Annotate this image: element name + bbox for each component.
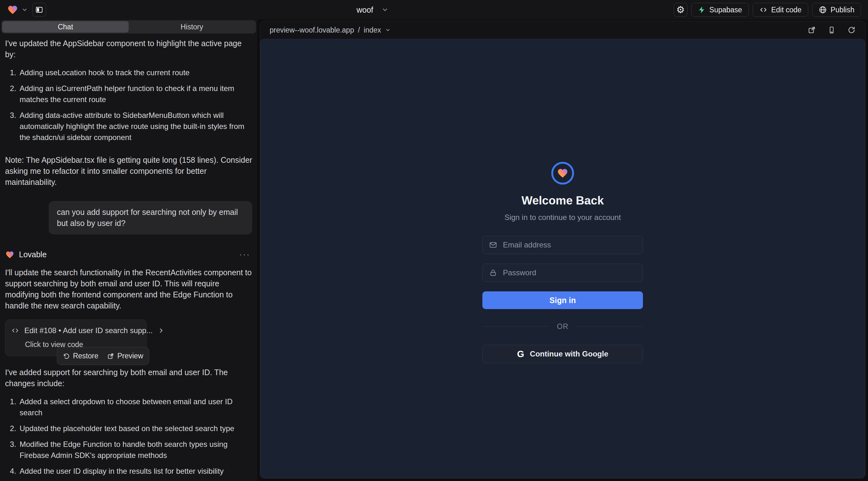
preview-header: preview--woof.lovable.app / index: [260, 21, 865, 39]
email-placeholder: Email address: [503, 241, 551, 249]
edit-code-button[interactable]: Edit code: [753, 3, 808, 17]
lovable-logo-menu[interactable]: [7, 4, 28, 15]
chevron-down-icon: [22, 7, 28, 13]
password-field[interactable]: Password: [483, 263, 643, 282]
chat-history-tabs: Chat History: [1, 20, 256, 33]
assistant-message-text: I've updated the AppSidebar component to…: [5, 38, 252, 60]
email-field[interactable]: Email address: [483, 236, 643, 254]
page-title: Welcome Back: [522, 194, 604, 207]
list-item: Adding useLocation hook to track the cur…: [18, 67, 252, 78]
supabase-button[interactable]: Supabase: [691, 3, 749, 17]
edit-card-wrapper: Edit #108 • Add user ID search supp... C…: [5, 320, 147, 356]
assistant-message-text: I've added support for searching by both…: [5, 367, 252, 389]
chevron-down-icon: [385, 27, 391, 33]
list-item: Adding an isCurrentPath helper function …: [18, 83, 252, 105]
preview-url[interactable]: preview--woof.lovable.app: [270, 26, 354, 34]
refresh-button[interactable]: [847, 26, 856, 34]
chevron-right-icon: [158, 327, 165, 334]
password-placeholder: Password: [503, 268, 536, 277]
code-icon: [11, 327, 19, 334]
preview-label: Preview: [117, 351, 143, 361]
path-separator: /: [358, 26, 360, 34]
list-item: Added a select dropdown to choose betwee…: [18, 396, 252, 418]
supabase-label: Supabase: [709, 6, 742, 14]
assistant-name: Lovable: [19, 249, 47, 260]
user-message-text: can you add support for searching not on…: [57, 207, 238, 228]
user-message-bubble: can you add support for searching not on…: [49, 201, 252, 234]
mail-icon: [489, 241, 497, 249]
open-in-new-tab-button[interactable]: [808, 26, 816, 34]
list-item: Added the user ID display in the results…: [18, 466, 252, 477]
preview-pane: preview--woof.lovable.app / index: [260, 21, 865, 478]
or-divider: OR: [483, 322, 643, 331]
heart-icon: [557, 167, 569, 179]
assistant-note-text: Note: The AppSidebar.tsx file is getting…: [5, 155, 252, 188]
external-link-icon: [107, 353, 114, 360]
lock-icon: [489, 269, 497, 277]
settings-button[interactable]: ⚙: [674, 3, 687, 17]
edit-card-title: Edit #108 • Add user ID search supp...: [24, 325, 153, 336]
chevron-down-icon: [381, 6, 389, 13]
restore-button[interactable]: Restore: [63, 351, 99, 361]
gear-icon: ⚙: [677, 5, 685, 14]
assistant-message-text: I'll update the search functionality in …: [5, 267, 252, 311]
message-menu-button[interactable]: ···: [239, 249, 250, 260]
restore-icon: [63, 353, 70, 360]
lovable-heart-icon: [7, 4, 18, 15]
panel-left-icon: [35, 6, 43, 13]
tab-chat[interactable]: Chat: [2, 21, 129, 33]
google-g-icon: G: [517, 349, 524, 359]
sign-in-label: Sign in: [549, 296, 576, 305]
continue-with-google-button[interactable]: G Continue with Google: [483, 345, 643, 363]
chat-message-list[interactable]: I've updated the AppSidebar component to…: [0, 33, 257, 481]
publish-label: Publish: [831, 6, 855, 14]
page-subtitle: Sign in to continue to your account: [504, 213, 621, 222]
app-preview-frame: Welcome Back Sign in to continue to your…: [260, 39, 865, 478]
globe-icon: [819, 6, 827, 14]
tab-history[interactable]: History: [129, 21, 255, 33]
topbar: woof ⚙ Supabase Edit code: [0, 0, 868, 20]
app-logo: [551, 162, 574, 185]
assistant-message-list: Adding useLocation hook to track the cur…: [5, 67, 252, 148]
supabase-bolt-icon: [698, 6, 706, 14]
lovable-heart-icon: [5, 250, 14, 259]
google-button-label: Continue with Google: [530, 350, 608, 358]
sidebar-toggle-button[interactable]: [32, 3, 46, 17]
chat-panel: Chat History I've updated the AppSidebar…: [0, 20, 257, 481]
code-icon: [759, 6, 768, 13]
publish-button[interactable]: Publish: [812, 3, 861, 17]
edit-card-actions: Restore Preview: [57, 347, 149, 365]
preview-button[interactable]: Preview: [107, 351, 143, 361]
preview-page[interactable]: index: [364, 26, 381, 34]
list-item: Modified the Edge Function to handle bot…: [18, 439, 252, 461]
edit-code-label: Edit code: [771, 6, 802, 14]
mobile-view-button[interactable]: [828, 26, 835, 34]
sign-in-button[interactable]: Sign in: [483, 291, 643, 309]
restore-label: Restore: [73, 351, 99, 361]
project-name: woof: [356, 5, 373, 14]
assistant-message-list: Added a select dropdown to choose betwee…: [5, 396, 252, 481]
or-label: OR: [557, 322, 569, 331]
list-item: Adding data-active attribute to SidebarM…: [18, 110, 252, 143]
project-switcher[interactable]: woof: [356, 0, 389, 20]
assistant-header: Lovable ···: [5, 249, 252, 260]
list-item: Updated the placeholder text based on th…: [18, 423, 252, 434]
